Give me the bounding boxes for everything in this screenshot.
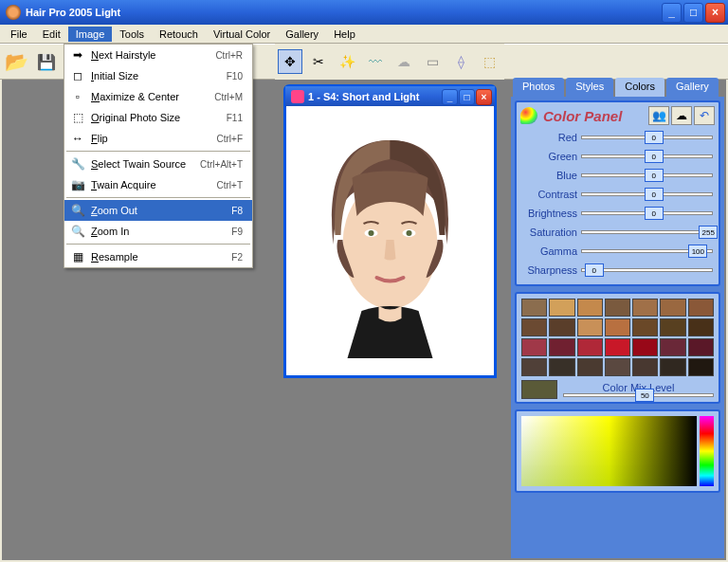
toggle-button-1[interactable]: 👥 bbox=[648, 106, 669, 125]
menu-item-initial-size[interactable]: ◻Initial SizeF10 bbox=[64, 65, 252, 86]
slider-blue[interactable]: 0 bbox=[581, 173, 713, 177]
svg-point-4 bbox=[407, 230, 412, 236]
gradient-box bbox=[515, 409, 720, 493]
menu-virtual-color[interactable]: Virtual Color bbox=[206, 27, 278, 42]
move-tool-button[interactable]: ✥ bbox=[278, 49, 302, 74]
color-swatch[interactable] bbox=[521, 338, 547, 356]
menu-image[interactable]: Image bbox=[68, 27, 113, 42]
slider-gamma[interactable]: 100 bbox=[581, 249, 713, 253]
color-swatch[interactable] bbox=[632, 299, 658, 317]
slider-contrast[interactable]: 0 bbox=[581, 192, 713, 196]
open-button[interactable]: 📂 bbox=[3, 48, 29, 75]
child-minimize-button[interactable]: _ bbox=[442, 89, 458, 105]
menu-item-next-hairstyle[interactable]: ➡Next HairstyleCtrl+R bbox=[64, 45, 252, 65]
slider-brightness[interactable]: 0 bbox=[581, 211, 713, 215]
maximize-button[interactable]: □ bbox=[683, 3, 703, 23]
rect-tool-button[interactable]: ▭ bbox=[420, 49, 445, 74]
mix-preview[interactable] bbox=[521, 380, 557, 399]
menu-retouch[interactable]: Retouch bbox=[152, 27, 206, 42]
color-swatch[interactable] bbox=[549, 358, 574, 376]
menu-edit[interactable]: Edit bbox=[35, 27, 68, 42]
child-maximize-button[interactable]: □ bbox=[459, 89, 475, 105]
color-swatch[interactable] bbox=[660, 318, 685, 336]
color-swatch[interactable] bbox=[605, 299, 630, 317]
color-swatch[interactable] bbox=[521, 299, 547, 317]
slider-saturation[interactable]: 255 bbox=[581, 230, 713, 234]
tab-photos[interactable]: Photos bbox=[513, 78, 564, 97]
menu-item-shortcut: F9 bbox=[231, 227, 248, 237]
tab-colors[interactable]: Colors bbox=[615, 78, 664, 97]
menu-item-select-twain-source[interactable]: 🔧Select Twain SourceCtrl+Alt+T bbox=[64, 154, 252, 174]
color-swatch[interactable] bbox=[577, 358, 603, 376]
slider-thumb[interactable]: 100 bbox=[688, 245, 707, 258]
menu-tools[interactable]: Tools bbox=[112, 27, 152, 42]
titlebar: Hair Pro 2005 Light _ □ × bbox=[0, 0, 728, 25]
color-swatch[interactable] bbox=[549, 299, 574, 317]
child-window[interactable]: 1 - S4: Short and Light _ □ × bbox=[283, 84, 497, 378]
lasso-tool-button[interactable]: 〰 bbox=[363, 49, 388, 74]
select-tool-button[interactable]: ⬚ bbox=[477, 49, 501, 74]
save-button[interactable]: 💾 bbox=[33, 48, 60, 75]
color-swatch[interactable] bbox=[632, 338, 658, 356]
cloud-tool-button[interactable]: ☁ bbox=[391, 49, 416, 74]
color-swatch[interactable] bbox=[577, 299, 603, 317]
toggle-button-2[interactable]: ☁ bbox=[671, 106, 692, 125]
menu-item-zoom-in[interactable]: 🔍Zoom InF9 bbox=[64, 221, 252, 242]
slider-thumb[interactable]: 255 bbox=[699, 226, 718, 239]
menu-item-shortcut: F8 bbox=[231, 206, 248, 216]
menu-file[interactable]: File bbox=[3, 27, 35, 42]
slider-sharpness[interactable]: 0 bbox=[581, 268, 713, 272]
color-swatch[interactable] bbox=[521, 358, 547, 376]
adjust-tool-button[interactable]: ⟠ bbox=[448, 49, 473, 74]
slider-red[interactable]: 0 bbox=[581, 136, 713, 139]
menu-item-maximize-center[interactable]: ▫Maximize & CenterCtrl+M bbox=[64, 86, 252, 107]
slider-thumb[interactable]: 0 bbox=[645, 150, 664, 163]
child-close-button[interactable]: × bbox=[476, 89, 492, 105]
cut-tool-button[interactable]: ✂ bbox=[306, 49, 331, 74]
slider-thumb[interactable]: 0 bbox=[645, 207, 664, 220]
color-swatch[interactable] bbox=[577, 318, 603, 336]
color-swatch[interactable] bbox=[605, 318, 630, 336]
menu-item-label: Next Hairstyle bbox=[91, 49, 215, 61]
menu-item-zoom-out[interactable]: 🔍Zoom OutF8 bbox=[64, 200, 252, 221]
menu-item-original-photo-size[interactable]: ⬚Original Photo SizeF11 bbox=[64, 107, 252, 128]
tab-styles[interactable]: Styles bbox=[566, 78, 613, 97]
menu-gallery[interactable]: Gallery bbox=[278, 27, 326, 42]
menu-item-flip[interactable]: ↔FlipCtrl+F bbox=[64, 128, 252, 149]
mix-slider-thumb[interactable]: 50 bbox=[635, 389, 654, 402]
slider-green[interactable]: 0 bbox=[581, 154, 713, 158]
close-button[interactable]: × bbox=[705, 3, 725, 23]
slider-thumb[interactable]: 0 bbox=[585, 263, 604, 277]
color-swatch[interactable] bbox=[632, 318, 658, 336]
hue-bar[interactable] bbox=[700, 416, 714, 486]
color-swatch[interactable] bbox=[660, 338, 685, 356]
color-swatch[interactable] bbox=[549, 338, 574, 356]
color-swatch[interactable] bbox=[577, 338, 603, 356]
color-swatch[interactable] bbox=[605, 338, 630, 356]
undo-button[interactable]: ↶ bbox=[694, 106, 715, 125]
app-title: Hair Pro 2005 Light bbox=[26, 7, 120, 18]
tab-gallery[interactable]: Gallery bbox=[666, 78, 719, 97]
menu-item-twain-acquire[interactable]: 📷Twain AcquireCtrl+T bbox=[64, 174, 252, 195]
color-swatch[interactable] bbox=[521, 318, 547, 336]
child-titlebar[interactable]: 1 - S4: Short and Light _ □ × bbox=[285, 86, 495, 107]
color-swatch[interactable] bbox=[688, 299, 714, 317]
color-swatch[interactable] bbox=[660, 358, 685, 376]
color-swatch[interactable] bbox=[549, 318, 574, 336]
color-swatch[interactable] bbox=[632, 358, 658, 376]
color-swatch[interactable] bbox=[688, 318, 714, 336]
color-gradient-picker[interactable] bbox=[521, 416, 697, 486]
wand-tool-button[interactable]: ✨ bbox=[335, 49, 359, 74]
mix-slider[interactable]: 50 bbox=[563, 393, 714, 397]
toolbar-tools: ✥ ✂ ✨ 〰 ☁ ▭ ⟠ ⬚ bbox=[275, 44, 504, 80]
color-swatch[interactable] bbox=[688, 358, 714, 376]
color-swatch[interactable] bbox=[605, 358, 630, 376]
slider-thumb[interactable]: 0 bbox=[645, 188, 664, 201]
menu-item-resample[interactable]: ▦ResampleF2 bbox=[64, 246, 252, 267]
color-swatch[interactable] bbox=[660, 299, 685, 317]
slider-thumb[interactable]: 0 bbox=[645, 131, 664, 144]
minimize-button[interactable]: _ bbox=[662, 3, 682, 23]
slider-thumb[interactable]: 0 bbox=[645, 169, 664, 182]
color-swatch[interactable] bbox=[688, 338, 714, 356]
menu-help[interactable]: Help bbox=[326, 27, 363, 42]
